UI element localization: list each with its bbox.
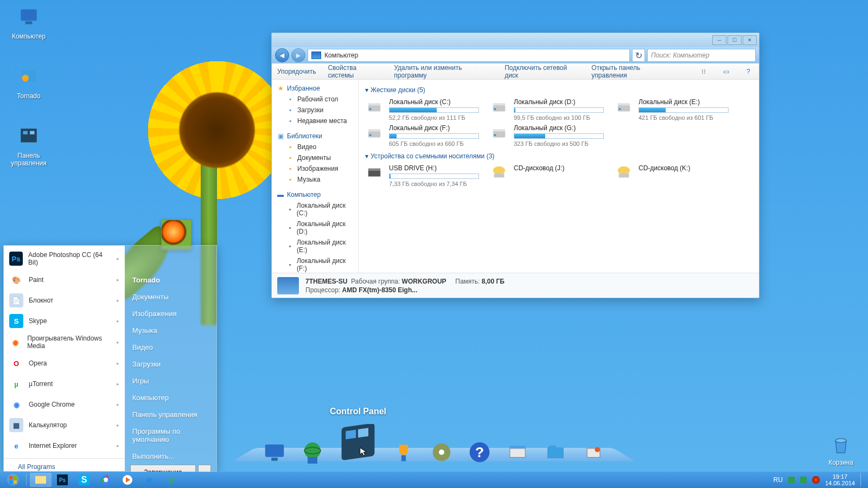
start-app[interactable]: ◉Google Chrome▸	[4, 394, 125, 415]
nav-item[interactable]: ▪Изображения	[274, 163, 356, 174]
section-removable[interactable]: ▾ Устройства со съемными носителями (3)	[365, 152, 752, 160]
dock-run[interactable]	[503, 438, 532, 466]
taskbar-wmp[interactable]	[117, 473, 138, 487]
item-icon: ▪	[286, 176, 295, 183]
open-control-panel[interactable]: Открыть панель управления	[591, 64, 674, 79]
clock[interactable]: 19:17 14.06.2014	[825, 473, 855, 486]
star-icon: ★	[276, 85, 285, 92]
drive-item[interactable]: CD-дисковод (J:)	[490, 164, 604, 187]
breadcrumb[interactable]: Компьютер	[308, 49, 630, 62]
tray-av-icon[interactable]	[812, 476, 820, 484]
dock-help[interactable]: ?	[465, 438, 494, 466]
start-right-item[interactable]: Программы по умолчанию	[130, 423, 211, 448]
nav-item[interactable]: ▪Локальный диск (E:)	[274, 237, 356, 255]
dock-control-panel[interactable]: Control Panel	[336, 423, 380, 466]
start-app[interactable]: 🎨Paint▸	[4, 269, 125, 290]
start-right-item[interactable]: Документы	[130, 288, 211, 305]
dock-computer[interactable]	[260, 438, 289, 466]
preview-pane-icon[interactable]: ▭	[720, 66, 731, 77]
start-app[interactable]: OOpera▸	[4, 353, 125, 374]
taskbar-utorrent[interactable]: µ	[160, 473, 182, 487]
svg-rect-8	[368, 103, 381, 105]
item-icon: ▪	[286, 224, 294, 232]
help-icon[interactable]: ?	[743, 66, 754, 77]
start-app[interactable]: µµTorrent▸	[4, 374, 125, 394]
nav-item[interactable]: ▪Рабочий стол	[274, 94, 356, 105]
desktop-icon-control-panel[interactable]: Панель управления	[4, 124, 53, 167]
start-app[interactable]: ◉Проигрыватель Windows Media▸	[4, 331, 125, 353]
show-desktop-button[interactable]	[860, 473, 865, 487]
refresh-button[interactable]: ↻	[632, 49, 645, 62]
dock-disc[interactable]	[427, 438, 456, 466]
drive-item[interactable]: Локальный диск (G:)323 ГБ свободно из 50…	[490, 124, 604, 147]
search-input[interactable]: Поиск: Компьютер	[647, 49, 756, 62]
drive-item[interactable]: Локальный диск (E:)421 ГБ свободно из 60…	[615, 98, 729, 121]
back-button[interactable]: ◄	[275, 48, 289, 62]
start-right-item[interactable]: Панель управления	[130, 406, 211, 423]
start-right-item[interactable]: Компьютер	[130, 389, 211, 406]
dock-folder[interactable]	[541, 438, 570, 466]
view-options-icon[interactable]: ⁝⁝	[698, 66, 709, 77]
start-right-item[interactable]: Загрузки	[130, 356, 211, 373]
forward-button[interactable]: ►	[291, 48, 305, 62]
drive-item[interactable]: CD-дисковод (K:)	[615, 164, 729, 187]
start-app[interactable]: eInternet Explorer▸	[4, 435, 125, 456]
desktop-icon-computer[interactable]: Компьютер	[4, 4, 53, 40]
organize-menu[interactable]: Упорядочить	[277, 68, 316, 75]
start-app[interactable]: PsAdobe Photoshop CC (64 Bit)▸	[4, 248, 125, 269]
start-right-item[interactable]: Музыка	[130, 322, 211, 339]
tray-flag-icon[interactable]	[788, 477, 795, 483]
folder-icon	[545, 441, 566, 463]
taskbar-ie[interactable]: e	[138, 473, 160, 487]
drive-item[interactable]: Локальный диск (F:)605 ГБ свободно из 66…	[365, 124, 479, 147]
start-right-item[interactable]: Игры	[130, 373, 211, 389]
favorites-header[interactable]: ★Избранное	[274, 83, 356, 94]
nav-item[interactable]: ▪Локальный диск (C:)	[274, 200, 356, 219]
system-properties[interactable]: Свойства системы	[328, 64, 382, 79]
nav-item[interactable]: ▪Локальный диск (D:)	[274, 219, 356, 237]
nav-item[interactable]: ▪Локальный диск (F:)	[274, 255, 356, 273]
dock-games[interactable]	[390, 438, 418, 466]
nav-item[interactable]: ▪Недавние места	[274, 115, 356, 126]
taskbar-explorer[interactable]	[30, 473, 52, 487]
taskbar-photoshop[interactable]: Ps	[52, 473, 73, 487]
svg-point-2	[22, 75, 29, 82]
start-right-item[interactable]: Изображения	[130, 305, 211, 322]
desktop-icon-tornado[interactable]: Tornado	[4, 64, 53, 100]
dock-network[interactable]	[298, 438, 327, 466]
svg-rect-25	[494, 174, 505, 178]
start-app[interactable]: 📄Блокнот▸	[4, 290, 125, 311]
tray-action-icon[interactable]	[800, 477, 807, 483]
start-button[interactable]	[3, 473, 23, 487]
drive-item[interactable]: Локальный диск (D:)99,5 ГБ свободно из 1…	[490, 98, 604, 121]
start-right-item[interactable]: Tornado	[130, 272, 211, 288]
start-right-item[interactable]: Видео	[130, 339, 211, 356]
nav-item[interactable]: ▪Музыка	[274, 174, 356, 185]
recycle-bin[interactable]: Корзина	[819, 433, 863, 466]
section-hard-disks[interactable]: ▾ Жесткие диски (5)	[365, 86, 752, 94]
computer-header[interactable]: ▬Компьютер	[274, 189, 356, 200]
wmp-icon	[122, 474, 133, 485]
dock-defaults[interactable]	[579, 438, 608, 466]
minimize-button[interactable]: ─	[712, 35, 726, 45]
start-app[interactable]: SSkype▸	[4, 311, 125, 331]
skype-icon: S	[79, 474, 90, 485]
item-icon: ▪	[286, 95, 295, 103]
disc-icon	[431, 441, 452, 463]
titlebar[interactable]: ─ ☐ ✕	[272, 33, 759, 47]
map-drive[interactable]: Подключить сетевой диск	[505, 64, 579, 79]
uninstall-program[interactable]: Удалить или изменить программу	[394, 64, 493, 79]
nav-item[interactable]: ▪Документы	[274, 152, 356, 163]
taskbar-chrome[interactable]	[95, 473, 117, 487]
nav-item[interactable]: ▪Загрузки	[274, 105, 356, 115]
drive-item[interactable]: USB DRIVE (H:)7,33 ГБ свободно из 7,34 Г…	[365, 164, 479, 187]
libraries-header[interactable]: ▣Библиотеки	[274, 131, 356, 142]
nav-item[interactable]: ▪Видео	[274, 142, 356, 152]
start-right-item[interactable]: Выполнить...	[130, 448, 211, 465]
maximize-button[interactable]: ☐	[727, 35, 742, 45]
close-button[interactable]: ✕	[743, 35, 757, 45]
start-app[interactable]: ▦Калькулятор▸	[4, 415, 125, 435]
drive-item[interactable]: Локальный диск (C:)52,2 ГБ свободно из 1…	[365, 98, 479, 121]
taskbar-skype[interactable]: S	[73, 473, 95, 487]
language-indicator[interactable]: RU	[774, 476, 783, 484]
